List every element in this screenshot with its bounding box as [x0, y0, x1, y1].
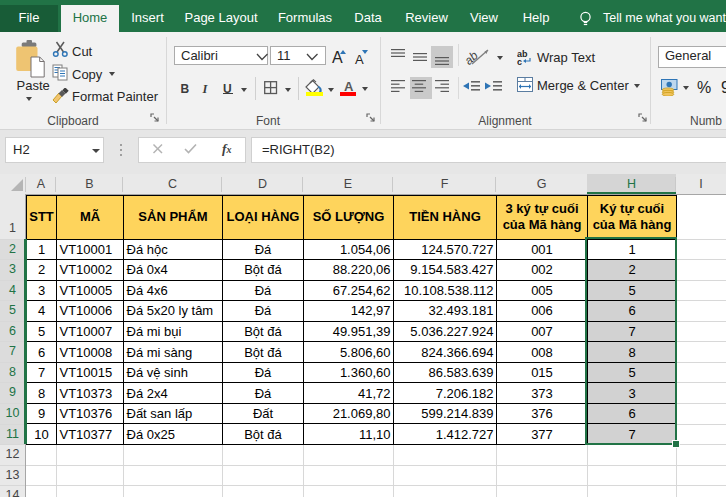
svg-text:c: c	[517, 57, 522, 65]
